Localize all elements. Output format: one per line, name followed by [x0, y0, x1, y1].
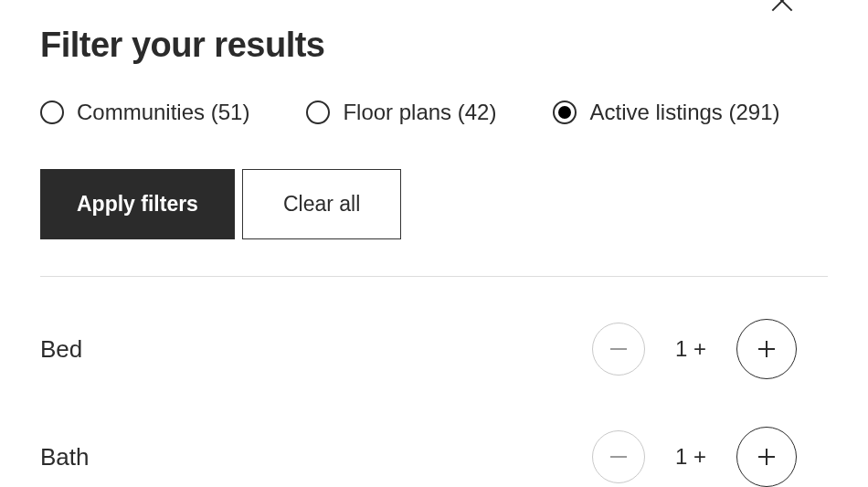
divider	[40, 276, 828, 277]
radio-communities[interactable]: Communities (51)	[40, 100, 249, 125]
bath-stepper: 1 +	[592, 427, 828, 487]
bath-label: Bath	[40, 443, 90, 471]
svg-rect-5	[610, 456, 627, 458]
svg-line-1	[772, 0, 791, 11]
bath-increment-button[interactable]	[736, 427, 797, 487]
bed-value: 1 +	[672, 336, 709, 362]
radio-label: Floor plans (42)	[343, 100, 496, 125]
radio-icon	[40, 101, 64, 124]
bed-stepper: 1 +	[592, 319, 828, 379]
radio-icon-selected	[553, 101, 577, 124]
bed-decrement-button[interactable]	[592, 323, 645, 376]
bed-increment-button[interactable]	[736, 319, 797, 379]
radio-active-listings[interactable]: Active listings (291)	[553, 100, 779, 125]
radio-icon	[306, 101, 330, 124]
minus-icon	[610, 456, 627, 458]
svg-rect-7	[758, 456, 775, 458]
clear-all-button[interactable]: Clear all	[242, 169, 401, 239]
radio-label: Active listings (291)	[589, 100, 779, 125]
radio-floor-plans[interactable]: Floor plans (42)	[306, 100, 496, 125]
svg-rect-2	[610, 348, 627, 350]
bed-stepper-row: Bed 1 +	[40, 319, 828, 379]
bath-decrement-button[interactable]	[592, 430, 645, 483]
plus-icon	[758, 449, 775, 465]
bath-stepper-row: Bath 1 +	[40, 427, 828, 487]
page-title: Filter your results	[40, 26, 828, 65]
action-buttons: Apply filters Clear all	[40, 169, 828, 239]
plus-icon	[758, 341, 775, 357]
close-button[interactable]	[764, 0, 800, 15]
bath-value: 1 +	[672, 444, 709, 470]
svg-rect-4	[758, 348, 775, 350]
filter-type-radios: Communities (51) Floor plans (42) Active…	[40, 100, 828, 125]
radio-label: Communities (51)	[77, 100, 249, 125]
apply-filters-button[interactable]: Apply filters	[40, 169, 235, 239]
bed-label: Bed	[40, 335, 82, 364]
minus-icon	[610, 348, 627, 350]
close-icon	[767, 0, 797, 15]
